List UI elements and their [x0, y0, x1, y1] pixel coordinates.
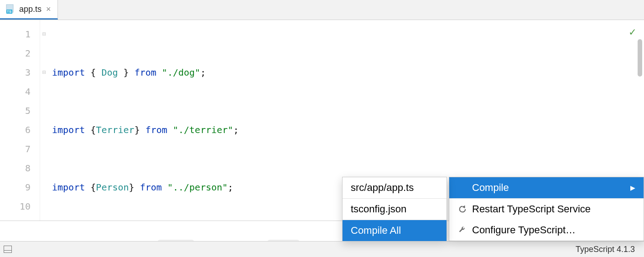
line-number: 10 — [0, 197, 31, 216]
menu-item-compile-tsconfig[interactable]: tsconfig.json — [343, 199, 447, 220]
svg-marker-5 — [462, 206, 465, 208]
menu-item-label: Compile All — [351, 225, 401, 236]
status-bar: TypeScript 4.1.3 — [0, 241, 644, 257]
line-number: 7 — [0, 139, 31, 159]
line-number: 1 — [0, 25, 31, 44]
code-line: import {Terrier} from "./terrier"; — [52, 120, 644, 139]
line-number: 8 — [0, 159, 31, 178]
tool-window-icon[interactable] — [4, 246, 12, 253]
close-icon[interactable]: × — [45, 5, 52, 14]
menu-item-label: Restart TypeScript Service — [472, 203, 591, 215]
typescript-widget-menu: Compile ▶ Restart TypeScript Service Con… — [449, 177, 644, 241]
ts-file-icon: TS — [5, 4, 16, 14]
line-number-gutter: 1 2 3 4 5 6 7 8 9 10 — [0, 20, 40, 221]
editor-tab-app-ts[interactable]: TS app.ts × — [0, 0, 58, 20]
code-line: import { Dog } from "./dog"; — [52, 63, 644, 82]
submenu-arrow-icon: ▶ — [630, 184, 635, 191]
menu-item-label: src/app/app.ts — [351, 182, 414, 194]
line-number: 6 — [0, 120, 31, 139]
typescript-version-widget[interactable]: TypeScript 4.1.3 — [576, 245, 635, 254]
scrollbar-thumb[interactable] — [638, 39, 642, 77]
line-number: 4 — [0, 82, 31, 101]
compile-submenu: src/app/app.ts tsconfig.json Compile All — [342, 177, 447, 242]
svg-text:TS: TS — [7, 10, 12, 14]
wrench-icon — [457, 225, 467, 235]
menu-item-configure-ts[interactable]: Configure TypeScript… — [449, 220, 644, 241]
tab-label: app.ts — [19, 5, 42, 14]
menu-item-compile-all[interactable]: Compile All — [343, 220, 447, 241]
fold-gutter: ⊟ ⊟ — [40, 20, 48, 221]
fold-region-icon[interactable]: ⊟ — [40, 63, 48, 82]
line-number: 2 — [0, 44, 31, 63]
line-number: 5 — [0, 101, 31, 120]
menu-item-compile-file[interactable]: src/app/app.ts — [343, 177, 447, 198]
line-number: 3 — [0, 63, 31, 82]
svg-rect-3 — [4, 246, 12, 253]
menu-item-restart-ts[interactable]: Restart TypeScript Service — [449, 199, 644, 220]
menu-item-label: Configure TypeScript… — [472, 224, 576, 236]
menu-item-label: tsconfig.json — [351, 203, 406, 215]
menu-item-compile[interactable]: Compile ▶ — [449, 177, 644, 198]
inspection-ok-icon[interactable]: ✓ — [629, 26, 636, 38]
line-number: 9 — [0, 178, 31, 197]
restart-icon — [457, 204, 467, 214]
fold-region-icon[interactable]: ⊟ — [40, 25, 48, 44]
menu-item-label: Compile — [472, 182, 509, 194]
tab-bar: TS app.ts × — [0, 0, 644, 20]
